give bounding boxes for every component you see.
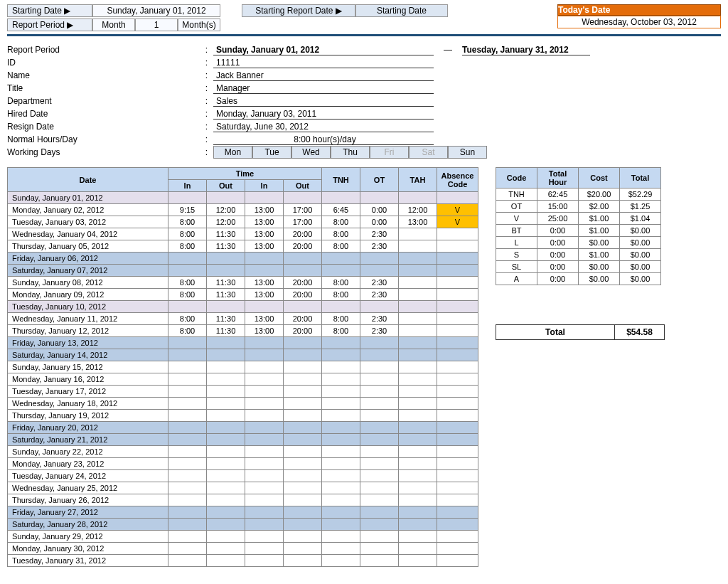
- cell-i2[interactable]: [245, 434, 284, 446]
- cell-d[interactable]: Sunday, January 15, 2012: [8, 361, 168, 373]
- cell-i2[interactable]: [245, 337, 284, 349]
- cell-tnh[interactable]: [322, 337, 360, 349]
- cell-o1[interactable]: 11:30: [207, 289, 245, 301]
- cell-tnh[interactable]: [322, 422, 360, 434]
- cell-d[interactable]: Monday, January 02, 2012: [8, 204, 168, 216]
- cell-i1[interactable]: [168, 410, 207, 422]
- cell-ot[interactable]: [360, 361, 399, 373]
- cell-i1[interactable]: [168, 458, 207, 470]
- timesheet-row[interactable]: Tuesday, January 31, 2012: [8, 555, 478, 567]
- cell-o2[interactable]: [284, 337, 322, 349]
- cell-i2[interactable]: [245, 531, 284, 543]
- cell-o1[interactable]: [207, 410, 245, 422]
- cell-o1[interactable]: 11:30: [207, 277, 245, 289]
- cell-i1[interactable]: 8:00: [168, 325, 207, 337]
- cell-i1[interactable]: 8:00: [168, 240, 207, 253]
- day-mon[interactable]: Mon: [213, 146, 252, 159]
- cell-tah[interactable]: [399, 434, 437, 446]
- cell-d[interactable]: Monday, January 09, 2012: [8, 289, 168, 301]
- cell-i1[interactable]: [168, 349, 207, 361]
- cell-d[interactable]: Monday, January 30, 2012: [8, 543, 168, 555]
- cell-ac[interactable]: [437, 519, 478, 531]
- cell-d[interactable]: Tuesday, January 03, 2012: [8, 216, 168, 228]
- timesheet-row[interactable]: Friday, January 20, 2012: [8, 422, 478, 434]
- cell-o2[interactable]: [284, 192, 322, 204]
- cell-i1[interactable]: [168, 373, 207, 386]
- cell-tah[interactable]: [399, 422, 437, 434]
- cell-ot[interactable]: 2:30: [360, 228, 399, 240]
- cell-ac[interactable]: [437, 301, 478, 313]
- timesheet-row[interactable]: Thursday, January 12, 20128:0011:3013:00…: [8, 325, 478, 337]
- cell-d[interactable]: Thursday, January 12, 2012: [8, 325, 168, 337]
- cell-o2[interactable]: [284, 422, 322, 434]
- cell-ot[interactable]: [360, 253, 399, 265]
- cell-d[interactable]: Sunday, January 08, 2012: [8, 277, 168, 289]
- resign-value[interactable]: Saturday, June 30, 2012: [213, 122, 434, 132]
- cell-ot[interactable]: 2:30: [360, 313, 399, 325]
- cell-d[interactable]: Wednesday, January 18, 2012: [8, 398, 168, 410]
- cell-tnh[interactable]: [322, 434, 360, 446]
- cell-i2[interactable]: 13:00: [245, 204, 284, 216]
- cell-ac[interactable]: [437, 531, 478, 543]
- cell-i1[interactable]: [168, 301, 207, 313]
- cell-i1[interactable]: [168, 446, 207, 458]
- cell-o2[interactable]: 20:00: [284, 277, 322, 289]
- cell-d[interactable]: Wednesday, January 11, 2012: [8, 313, 168, 325]
- cell-o2[interactable]: [284, 386, 322, 398]
- cell-o1[interactable]: [207, 470, 245, 482]
- cell-o2[interactable]: 17:00: [284, 204, 322, 216]
- cell-i1[interactable]: [168, 482, 207, 494]
- cell-i1[interactable]: [168, 470, 207, 482]
- cell-tah[interactable]: [399, 325, 437, 337]
- timesheet-row[interactable]: Friday, January 27, 2012: [8, 506, 478, 519]
- cell-o1[interactable]: [207, 519, 245, 531]
- cell-o2[interactable]: [284, 519, 322, 531]
- cell-i2[interactable]: 13:00: [245, 325, 284, 337]
- cell-i2[interactable]: [245, 543, 284, 555]
- cell-tnh[interactable]: [322, 373, 360, 386]
- timesheet-row[interactable]: Sunday, January 29, 2012: [8, 531, 478, 543]
- cell-o2[interactable]: 20:00: [284, 228, 322, 240]
- cell-tah[interactable]: [399, 386, 437, 398]
- cell-o1[interactable]: 11:30: [207, 228, 245, 240]
- cell-o2[interactable]: [284, 458, 322, 470]
- cell-i2[interactable]: [245, 301, 284, 313]
- day-fri[interactable]: Fri: [370, 146, 409, 159]
- cell-tnh[interactable]: [322, 301, 360, 313]
- cell-tnh[interactable]: [322, 265, 360, 277]
- timesheet-row[interactable]: Tuesday, January 10, 2012: [8, 301, 478, 313]
- cell-o1[interactable]: [207, 337, 245, 349]
- cell-tah[interactable]: [399, 301, 437, 313]
- cell-i1[interactable]: [168, 543, 207, 555]
- cell-d[interactable]: Sunday, January 22, 2012: [8, 446, 168, 458]
- cell-tah[interactable]: [399, 482, 437, 494]
- cell-tah[interactable]: [399, 289, 437, 301]
- cell-o2[interactable]: 17:00: [284, 216, 322, 228]
- cell-ot[interactable]: [360, 470, 399, 482]
- cell-tnh[interactable]: 8:00: [322, 313, 360, 325]
- cell-o2[interactable]: [284, 434, 322, 446]
- cell-ac[interactable]: [437, 349, 478, 361]
- cell-ac[interactable]: [437, 543, 478, 555]
- cell-ac[interactable]: [437, 337, 478, 349]
- cell-i2[interactable]: [245, 373, 284, 386]
- cell-i2[interactable]: [245, 398, 284, 410]
- cell-d[interactable]: Wednesday, January 04, 2012: [8, 228, 168, 240]
- cell-o1[interactable]: [207, 265, 245, 277]
- cell-d[interactable]: Friday, January 06, 2012: [8, 253, 168, 265]
- hired-value[interactable]: Monday, January 03, 2011: [213, 109, 434, 120]
- cell-ot[interactable]: [360, 410, 399, 422]
- cell-ot[interactable]: [360, 398, 399, 410]
- cell-tnh[interactable]: 6:45: [322, 204, 360, 216]
- timesheet-row[interactable]: Tuesday, January 17, 2012: [8, 386, 478, 398]
- cell-o2[interactable]: [284, 446, 322, 458]
- cell-i2[interactable]: [245, 555, 284, 567]
- timesheet-row[interactable]: Sunday, January 22, 2012: [8, 446, 478, 458]
- cell-tah[interactable]: [399, 277, 437, 289]
- cell-i2[interactable]: [245, 506, 284, 519]
- cell-i1[interactable]: [168, 398, 207, 410]
- cell-tnh[interactable]: [322, 361, 360, 373]
- cell-tah[interactable]: [399, 373, 437, 386]
- cell-ac[interactable]: [437, 470, 478, 482]
- cell-ot[interactable]: [360, 434, 399, 446]
